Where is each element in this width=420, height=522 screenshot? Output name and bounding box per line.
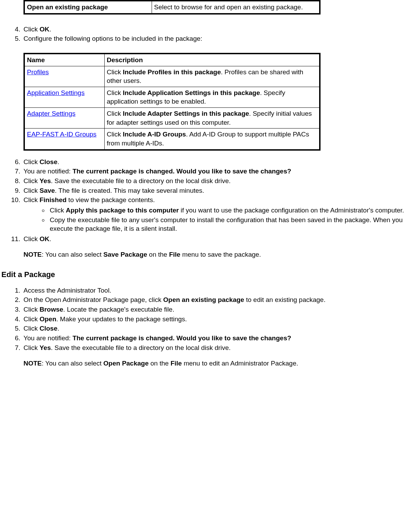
edit-step-3: Click Browse. Locate the package's execu… — [22, 305, 420, 314]
bold: Yes — [39, 344, 51, 351]
bold: Open an existing package — [163, 296, 244, 303]
text: . Save the executable file to a director… — [51, 177, 231, 184]
text: Click — [23, 26, 39, 33]
table-header-row: Name Description — [24, 54, 320, 66]
text: Click — [23, 196, 39, 203]
bold: Close — [39, 158, 57, 165]
step-10: Click Finished to view the package conte… — [22, 196, 420, 233]
text: . Make your updates to the package setti… — [56, 315, 187, 323]
text: Click — [23, 187, 39, 194]
table-row: Profiles Click Include Profiles in this … — [24, 66, 320, 87]
bold: Include A-ID Groups — [123, 131, 186, 138]
steps-list-a: Click OK. Configure the following option… — [0, 25, 420, 259]
open-existing-desc: Select to browse for and open an existin… — [152, 1, 320, 14]
bold: Close — [39, 325, 57, 332]
text: . The file is created. This may take sev… — [55, 187, 204, 194]
edit-step-1: Access the Administrator Tool. — [22, 286, 420, 295]
cell: Click Include Adapter Settings in this p… — [105, 108, 320, 129]
text: . — [57, 325, 59, 332]
bold: Include Application Settings in this pac… — [123, 89, 260, 96]
text: menu to save the package. — [180, 251, 261, 258]
text: Click — [107, 131, 123, 138]
text: Click — [23, 158, 39, 165]
text: menu to edit an Administrator Package. — [182, 360, 298, 367]
bold: Open — [39, 315, 56, 323]
bold: Open Package — [103, 360, 149, 367]
table-row: EAP-FAST A-ID Groups Click Include A-ID … — [24, 129, 320, 150]
table-row: Adapter Settings Click Include Adapter S… — [24, 108, 320, 129]
edit-step-6: You are notified: The current package is… — [22, 334, 420, 343]
header-name: Name — [24, 54, 105, 66]
text: to edit an existing package. — [244, 296, 326, 303]
note-label: NOTE — [23, 251, 42, 258]
edit-step-7: Click Yes. Save the executable file to a… — [22, 343, 420, 368]
bold: Save — [39, 187, 55, 194]
open-existing-table: Open an existing package Select to brows… — [23, 0, 321, 15]
text: to view the package contents. — [67, 196, 155, 203]
text: You are notified: — [23, 168, 73, 175]
cell: Click Include Profiles in this package. … — [105, 66, 320, 87]
profiles-link[interactable]: Profiles — [27, 68, 49, 76]
text: . Locate the package's executable file. — [63, 306, 174, 313]
bold: Apply this package to this computer — [66, 207, 179, 214]
text: . — [49, 235, 51, 243]
edit-step-5: Click Close. — [22, 324, 420, 333]
edit-step-2: On the Open Administrator Package page, … — [22, 295, 420, 304]
cell: Click Include A-ID Groups. Add A-ID Grou… — [105, 129, 320, 150]
cell: Click Include Application Settings in th… — [105, 87, 320, 107]
table-row: Application Settings Click Include Appli… — [24, 87, 320, 107]
text: if you want to use the package configura… — [179, 207, 404, 214]
bold: Include Profiles in this package — [123, 68, 221, 76]
step-11: Click OK. NOTE: You can also select Save… — [22, 235, 420, 259]
text: : You can also select — [42, 360, 104, 367]
step-4: Click OK. — [22, 25, 420, 34]
text: Click — [23, 306, 39, 313]
note-1: NOTE: You can also select Save Package o… — [23, 250, 420, 259]
step-10-sub: Click Apply this package to this compute… — [23, 206, 420, 233]
edit-package-heading: Edit a Package — [1, 269, 420, 280]
text: Click — [23, 315, 39, 323]
bold: Yes — [39, 177, 51, 184]
step-7: You are notified: The current package is… — [22, 167, 420, 176]
bold: OK — [39, 235, 49, 243]
text: Configure the following options to be in… — [23, 35, 202, 42]
edit-step-4: Click Open. Make your updates to the pac… — [22, 315, 420, 324]
text: . — [57, 158, 59, 165]
options-table: Name Description Profiles Click Include … — [23, 53, 321, 151]
eap-fast-link[interactable]: EAP-FAST A-ID Groups — [27, 131, 96, 138]
bold: File — [169, 251, 180, 258]
step-5: Configure the following options to be in… — [22, 34, 420, 150]
edit-steps-list: Access the Administrator Tool. On the Op… — [0, 286, 420, 368]
text: Click — [107, 68, 123, 76]
text: Access the Administrator Tool. — [23, 287, 111, 294]
bold: The current package is changed. Would yo… — [73, 168, 291, 175]
text: Click — [107, 110, 123, 117]
bold: Save Package — [103, 251, 147, 258]
bold: OK — [39, 26, 49, 33]
bold: Finished — [39, 196, 66, 203]
text: : You can also select — [42, 251, 104, 258]
bold: File — [171, 360, 182, 367]
bold: The current package is changed. Would yo… — [73, 334, 291, 342]
open-existing-label: Open an existing package — [24, 1, 152, 14]
text: On the Open Administrator Package page, … — [23, 296, 163, 303]
step-6: Click Close. — [22, 158, 420, 167]
text: You are notified: — [23, 334, 73, 342]
list-item: Click Apply this package to this compute… — [48, 206, 420, 215]
text: Click — [50, 207, 66, 214]
adapter-settings-link[interactable]: Adapter Settings — [27, 110, 75, 117]
text: . — [49, 26, 51, 33]
text: . Save the executable file to a director… — [51, 344, 231, 351]
list-item: Copy the executable file to any user's c… — [48, 216, 420, 233]
text: Click — [23, 325, 39, 332]
note-label: NOTE — [23, 360, 42, 367]
note-2: NOTE: You can also select Open Package o… — [23, 359, 420, 368]
step-8: Click Yes. Save the executable file to a… — [22, 177, 420, 186]
text: Click — [23, 235, 39, 243]
text: Copy the executable file to any user's c… — [50, 216, 403, 232]
application-settings-link[interactable]: Application Settings — [27, 89, 85, 96]
step-9: Click Save. The file is created. This ma… — [22, 186, 420, 195]
header-desc: Description — [105, 54, 320, 66]
text: Click — [107, 89, 123, 96]
bold: Browse — [39, 306, 63, 313]
